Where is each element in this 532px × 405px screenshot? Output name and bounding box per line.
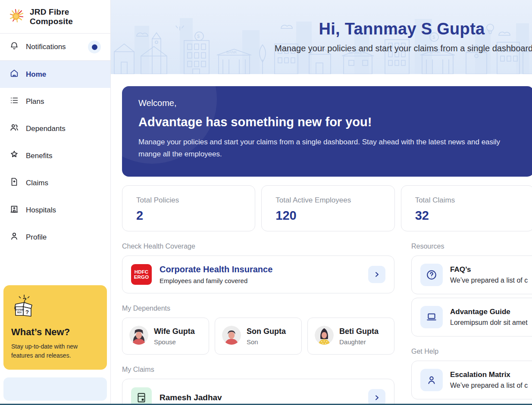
logo-line: ERGO	[134, 274, 149, 280]
right-column: Resources FAQ’s We’ve prepared a list of	[411, 231, 532, 405]
help-text: Escalation Matrix We’ve prepared a list …	[450, 371, 528, 389]
resource-description: We’ve prepared a list of c	[450, 277, 528, 284]
person-icon	[420, 369, 443, 391]
sidebar-item-profile[interactable]: Profile	[0, 224, 110, 251]
brand: JRD Fibre Composite	[0, 0, 110, 34]
resource-card-advantage-guide[interactable]: Advantage Guide Loremipsum dolr sit amet	[411, 298, 532, 336]
stat-card-total-active-employees: Total Active Employees 120	[261, 185, 394, 231]
main-content: BANK MARKET BANK $ $ Hi, Tannmay S Gupta…	[111, 0, 532, 405]
claim-card[interactable]: Ramesh Jadhav	[122, 379, 394, 405]
whats-new-card[interactable]: ? ? MYSTERY BOX What’s New? Stay up-to-d…	[3, 285, 107, 370]
sidebar-item-claims[interactable]: Claims	[0, 169, 110, 196]
sidebar-item-dependants[interactable]: Dependants	[0, 115, 110, 142]
placeholder-card	[3, 377, 107, 401]
sidebar-item-notifications[interactable]: Notifications	[0, 34, 110, 61]
avatar	[315, 326, 334, 346]
sidebar-item-label: Home	[26, 70, 46, 79]
dashboard-page: JRD Fibre Composite Notifications H	[0, 0, 532, 405]
sidebar-item-label: Profile	[26, 233, 47, 242]
resource-text: FAQ’s We’ve prepared a list of c	[450, 265, 528, 284]
star-icon	[9, 150, 19, 162]
svg-text:BANK: BANK	[226, 50, 237, 54]
list-icon	[9, 96, 19, 107]
sidebar-item-label: Claims	[26, 179, 48, 187]
sidebar-item-label: Dependants	[26, 125, 66, 133]
people-icon	[9, 123, 19, 134]
sidebar-item-benefits[interactable]: Benefits	[0, 142, 110, 169]
svg-text:?: ?	[22, 296, 26, 303]
sidebar-item-label: Benefits	[26, 152, 52, 160]
avatar	[129, 326, 148, 346]
section-label-resources: Resources	[411, 243, 532, 250]
stat-value: 2	[136, 209, 241, 223]
whats-new-body: Stay up-to-date with new features and re…	[11, 342, 99, 360]
section-label-dependents: My Dependents	[122, 305, 394, 312]
section-label-coverage: Check Health Coverage	[122, 243, 394, 250]
resource-description: Loremipsum dolr sit amet	[450, 319, 528, 327]
stat-label: Total Policies	[136, 196, 241, 205]
dependent-relation: Daughter	[339, 338, 379, 346]
notification-badge	[88, 40, 101, 53]
coverage-title: Corporate Health Insurance	[160, 265, 272, 274]
dependent-relation: Spouse	[154, 338, 195, 346]
stats-row: Total Policies 2 Total Active Employees …	[122, 185, 532, 231]
dependent-card-wife[interactable]: Wife Gupta Spouse	[122, 318, 209, 355]
chevron-right-button[interactable]	[368, 266, 385, 283]
coverage-card[interactable]: HDFC ERGO Corporate Health Insurance Emp…	[122, 255, 394, 293]
resource-card-faqs[interactable]: FAQ’s We’ve prepared a list of c	[411, 255, 532, 294]
sunburst-logo-icon	[9, 8, 24, 25]
chevron-right-icon	[373, 271, 380, 278]
left-column: Check Health Coverage HDFC ERGO Corporat…	[122, 231, 394, 405]
chevron-right-button[interactable]	[368, 389, 385, 405]
welcome-eyebrow: Welcome,	[138, 98, 518, 108]
resource-title: FAQ’s	[450, 265, 528, 274]
dependent-name: Beti Gupta	[339, 327, 379, 336]
svg-text:$: $	[197, 34, 200, 39]
svg-text:MYSTERY: MYSTERY	[15, 309, 24, 311]
unread-dot	[92, 44, 97, 50]
claim-name: Ramesh Jadhav	[160, 393, 222, 402]
stat-card-total-claims: Total Claims 32	[401, 185, 532, 231]
sidebar-item-home[interactable]: Home	[0, 61, 110, 88]
sidebar-item-label: Hospitals	[26, 206, 56, 215]
stat-value: 32	[415, 209, 520, 223]
dependent-text: Son Gupta Son	[247, 327, 286, 346]
resource-title: Advantage Guide	[450, 308, 528, 316]
laptop-icon	[420, 306, 443, 328]
columns: Check Health Coverage HDFC ERGO Corporat…	[122, 231, 532, 405]
card-machine-icon	[131, 387, 152, 405]
sidebar-item-plans[interactable]: Plans	[0, 88, 110, 115]
welcome-body: Manage your policies and start your clai…	[138, 136, 518, 160]
help-card-escalation-matrix[interactable]: Escalation Matrix We’ve prepared a list …	[411, 361, 532, 399]
svg-text:BOX: BOX	[17, 312, 22, 314]
hero-greeting: Hi, Tannmay S Gupta	[275, 20, 529, 38]
help-description: We’ve prepared a list of c	[450, 382, 528, 389]
dependent-text: Beti Gupta Daughter	[339, 327, 379, 346]
stat-label: Total Claims	[415, 196, 520, 205]
question-circle-icon	[420, 264, 443, 286]
mystery-box-icon: ? ? MYSTERY BOX	[11, 312, 36, 319]
stat-card-total-policies: Total Policies 2	[122, 185, 255, 231]
help-title: Escalation Matrix	[450, 371, 528, 379]
file-plus-icon	[9, 177, 19, 189]
sidebar-item-hospitals[interactable]: Hospitals	[0, 196, 110, 224]
sidebar-item-label: Plans	[26, 97, 44, 106]
bell-icon	[9, 41, 19, 53]
dependent-card-son[interactable]: Son Gupta Son	[215, 318, 302, 355]
content-area: Welcome, Advantage has something new for…	[111, 74, 532, 405]
hero-subtitle: Manage your policies and start your clai…	[275, 44, 529, 53]
svg-text:?: ?	[25, 309, 29, 315]
dependent-card-daughter[interactable]: Beti Gupta Daughter	[307, 318, 394, 355]
sidebar-item-label: Notifications	[26, 43, 66, 51]
hdfc-ergo-logo: HDFC ERGO	[131, 264, 152, 285]
welcome-title: Advantage has something new for you!	[138, 115, 518, 129]
welcome-banner: Welcome, Advantage has something new for…	[122, 86, 532, 177]
whats-new-title: What’s New?	[11, 327, 99, 338]
dependents-row: Wife Gupta Spouse	[122, 318, 394, 355]
home-icon	[9, 69, 19, 80]
hero-text: Hi, Tannmay S Gupta Manage your policies…	[275, 20, 529, 53]
brand-name: JRD Fibre Composite	[30, 7, 102, 26]
sidebar: JRD Fibre Composite Notifications H	[0, 0, 111, 405]
coverage-subtitle: Employees and family covered	[160, 277, 272, 284]
hospital-icon	[9, 204, 19, 216]
